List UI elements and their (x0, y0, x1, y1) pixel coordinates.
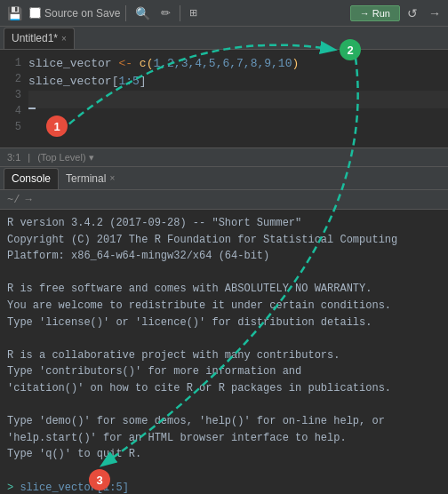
file-tab-untitled1[interactable]: Untitled1* × (4, 28, 75, 49)
scope-label: (Top Level) (37, 152, 85, 163)
console-nav-icon[interactable]: → (25, 194, 31, 206)
toolbar: 💾 Source on Save 🔍 ✏ ⊞ → Run ↺ → (0, 0, 448, 27)
line-num-5: 5 (4, 119, 21, 135)
file-tab-close-icon[interactable]: × (61, 34, 67, 44)
cursor (28, 90, 36, 109)
run-button[interactable]: → Run (350, 5, 400, 21)
status-bar: 3:1 | (Top Level) ▾ (0, 147, 448, 167)
code-line-4 (28, 108, 448, 126)
quit-line: Type 'q()' to quit R. (7, 446, 441, 463)
line-num-3: 3 (4, 87, 21, 103)
terminal-tab[interactable]: Terminal × (59, 168, 122, 189)
code-line-2: slice_vector[1:5] (28, 73, 448, 91)
toolbar-separator-2 (180, 5, 180, 21)
console-tab-bar: Console Terminal × (0, 167, 448, 190)
code-var-2: slice_vector (28, 73, 112, 91)
contributors-line: Type 'contributors()' for more informati… (7, 363, 441, 380)
line-num-4: 4 (4, 103, 21, 119)
line-num-2: 2 (4, 71, 21, 87)
code-line-5 (28, 126, 448, 144)
file-tab-label: Untitled1* (12, 32, 58, 44)
toolbar-extra-btn[interactable]: ⊞ (186, 5, 201, 20)
search-button[interactable]: 🔍 (132, 4, 154, 22)
terminal-tab-label: Terminal (66, 172, 106, 185)
source-on-save-label[interactable]: Source on Save (44, 7, 120, 20)
citation-line: 'citation()' on how to cite R or R packa… (7, 380, 441, 397)
edit-button[interactable]: ✏ (157, 4, 174, 21)
console-nav: ~/ → (0, 190, 448, 210)
line-numbers: 1 2 3 4 5 (0, 53, 28, 144)
blank-1 (7, 265, 441, 282)
cursor-position: 3:1 (7, 152, 20, 163)
console-home-icon[interactable]: ~/ (7, 194, 20, 206)
blank-2 (7, 331, 441, 347)
run-label: → Run (360, 8, 390, 19)
help-start-line: 'help.start()' for an HTML browser inter… (7, 430, 441, 447)
prompt-1: > (7, 482, 20, 494)
code-var-1: slice_vector (28, 55, 118, 73)
rerun-button[interactable]: ↺ (404, 4, 421, 22)
status-separator: | (28, 152, 30, 163)
console-tab[interactable]: Console (4, 168, 59, 189)
scope-dropdown-icon: ▾ (89, 152, 94, 163)
cmd-text-1: slice_vector[1:5] (20, 482, 128, 494)
console-panel: Console Terminal × ~/ → R version 3.4.2 … (0, 167, 448, 494)
console-output[interactable]: R version 3.4.2 (2017-09-28) -- "Short S… (0, 210, 448, 494)
nav-forward-button[interactable]: → (425, 4, 444, 22)
copyright-line: Copyright (C) 2017 The R Foundation for … (7, 232, 441, 249)
source-on-save-container: Source on Save (29, 7, 120, 20)
line-num-1: 1 (4, 55, 21, 71)
source-on-save-checkbox[interactable] (29, 7, 41, 19)
scope-indicator[interactable]: (Top Level) ▾ (37, 152, 93, 163)
save-button[interactable]: 💾 (4, 4, 26, 22)
main-container: 💾 Source on Save 🔍 ✏ ⊞ → Run ↺ → Untitle… (0, 0, 448, 494)
toolbar-separator (125, 5, 126, 21)
console-cmd-line-1: > slice_vector[1:5] (7, 480, 441, 495)
r-version-line: R version 3.4.2 (2017-09-28) -- "Short S… (7, 215, 441, 232)
terminal-close-icon[interactable]: × (109, 173, 115, 183)
demo-line: Type 'demo()' for some demos, 'help()' f… (7, 413, 441, 430)
platform-line: Platform: x86_64-w64-mingw32/x64 (64-bit… (7, 248, 441, 265)
console-tab-label: Console (12, 172, 51, 185)
warranty-line: R is free software and comes with ABSOLU… (7, 281, 441, 298)
collaborative-line: R is a collaborative project with many c… (7, 347, 441, 364)
code-line-1: slice_vector <- c(1,2,3,4,5,6,7,8,9,10) (28, 55, 448, 73)
blank-4 (7, 463, 441, 480)
code-line-3 (28, 91, 448, 108)
code-editor[interactable]: 1 2 3 4 5 slice_vector <- c(1,2,3,4,5,6,… (0, 50, 448, 147)
redistribute-line: You are welcome to redistribute it under… (7, 298, 441, 315)
license-line: Type 'license()' or 'licence()' for dist… (7, 315, 441, 331)
file-tab-bar: Untitled1* × (0, 27, 448, 50)
code-content[interactable]: slice_vector <- c(1,2,3,4,5,6,7,8,9,10) … (28, 53, 448, 144)
blank-3 (7, 397, 441, 414)
